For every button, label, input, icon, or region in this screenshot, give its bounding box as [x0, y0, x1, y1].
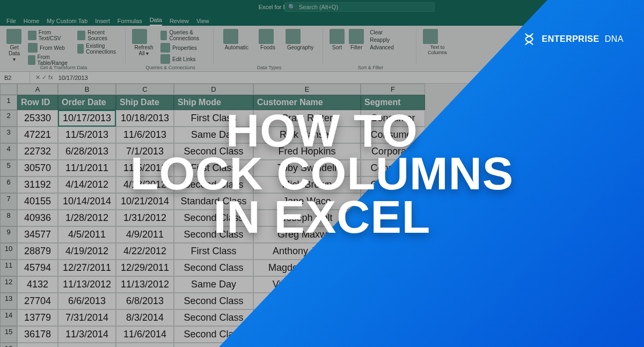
column-header-D[interactable]: D — [174, 84, 253, 95]
filter-button[interactable]: Filter — [349, 44, 364, 51]
cell-B14[interactable]: 7/31/2014 — [58, 309, 116, 326]
formula-bar-icons[interactable]: ✕ ✓ fx — [35, 74, 53, 81]
existing-connections-button[interactable]: Existing Connections — [76, 42, 121, 55]
automatic-button[interactable]: Automatic — [223, 44, 250, 51]
clear-filter-button[interactable]: Clear — [368, 29, 395, 36]
foods-button[interactable]: Foods — [259, 44, 277, 51]
cell-A4[interactable]: 22732 — [17, 143, 58, 160]
table-header-A[interactable]: Row ID — [17, 95, 58, 110]
cell-A6[interactable]: 31192 — [17, 176, 58, 193]
row-header-9[interactable]: 9 — [0, 226, 17, 243]
column-header-C[interactable]: C — [116, 84, 174, 95]
refresh-all-button[interactable]: Refresh All ▾ — [132, 44, 156, 57]
cell-A11[interactable]: 45794 — [17, 260, 58, 276]
row-header-13[interactable]: 13 — [0, 293, 17, 309]
cell-C13[interactable]: 6/8/2013 — [116, 293, 174, 309]
ribbon-tab-home[interactable]: Home — [24, 18, 39, 26]
cell-A14[interactable]: 13779 — [17, 309, 58, 326]
reapply-filter-button[interactable]: Reapply — [368, 36, 395, 43]
ribbon-tab-my-custom-tab[interactable]: My Custom Tab — [47, 18, 87, 26]
row-header-10[interactable]: 10 — [0, 243, 17, 260]
text-to-columns-icon[interactable] — [423, 29, 438, 44]
refresh-all-icon[interactable] — [132, 29, 147, 44]
cell-C16[interactable]: 9/14/2014 — [116, 343, 174, 347]
cell-A8[interactable]: 40936 — [17, 210, 58, 226]
cell-C11[interactable]: 12/29/2011 — [116, 260, 174, 276]
cell-A2[interactable]: 25330 — [17, 110, 58, 127]
row-header-5[interactable]: 5 — [0, 160, 17, 176]
row-header-15[interactable]: 15 — [0, 326, 17, 343]
cell-B16[interactable]: 9/8/2014 — [58, 343, 116, 347]
cell-D10[interactable]: First Class — [174, 243, 253, 260]
cell-C14[interactable]: 8/3/2014 — [116, 309, 174, 326]
sort-button[interactable]: Sort — [331, 44, 343, 51]
column-header-E[interactable]: E — [253, 84, 361, 95]
cell-B2[interactable]: 10/17/2013 — [58, 110, 116, 127]
cell-A13[interactable]: 27704 — [17, 293, 58, 309]
name-box[interactable]: B2 — [0, 72, 30, 83]
cell-B5[interactable]: 11/1/2011 — [58, 160, 116, 176]
formula-bar-value[interactable]: 10/17/2013 — [58, 75, 88, 81]
cell-C10[interactable]: 4/22/2012 — [116, 243, 174, 260]
cell-A15[interactable]: 36178 — [17, 326, 58, 343]
ribbon-tab-file[interactable]: File — [6, 18, 16, 26]
from-web-button[interactable]: From Web — [26, 42, 71, 53]
ribbon-tab-insert[interactable]: Insert — [95, 18, 110, 26]
cell-C12[interactable]: 11/13/2012 — [116, 276, 174, 293]
row-header-16[interactable]: 16 — [0, 343, 17, 347]
properties-button[interactable]: Properties — [159, 42, 209, 53]
cell-D11[interactable]: Second Class — [174, 260, 253, 276]
cell-B10[interactable]: 4/19/2012 — [58, 243, 116, 260]
cell-B13[interactable]: 6/6/2013 — [58, 293, 116, 309]
sort-icon[interactable] — [330, 29, 345, 44]
column-header-B[interactable]: B — [58, 84, 116, 95]
row-header-1[interactable]: 1 — [0, 95, 17, 110]
text-to-columns-button[interactable]: Text to Columns — [423, 44, 452, 56]
cell-A5[interactable]: 30570 — [17, 160, 58, 176]
row-header-4[interactable]: 4 — [0, 143, 17, 160]
recent-sources-button[interactable]: Recent Sources — [76, 29, 121, 42]
row-header-7[interactable]: 7 — [0, 193, 17, 210]
row-header-14[interactable]: 14 — [0, 309, 17, 326]
cell-B4[interactable]: 6/28/2013 — [58, 143, 116, 160]
row-header-2[interactable]: 2 — [0, 110, 17, 127]
cell-D12[interactable]: Same Day — [174, 276, 253, 293]
cell-A10[interactable]: 28879 — [17, 243, 58, 260]
row-header-12[interactable]: 12 — [0, 276, 17, 293]
get-data-button[interactable]: Get Data ▾ — [6, 44, 22, 63]
table-header-C[interactable]: Ship Date — [116, 95, 174, 110]
cell-A16[interactable]: 12069 — [17, 343, 58, 347]
advanced-filter-button[interactable]: Advanced — [368, 44, 395, 51]
row-header-11[interactable]: 11 — [0, 260, 17, 276]
cell-B3[interactable]: 11/5/2013 — [58, 127, 116, 143]
geography-button[interactable]: Geography — [286, 44, 315, 51]
column-header-F[interactable]: F — [361, 84, 425, 95]
ribbon-tab-formulas[interactable]: Formulas — [118, 18, 142, 26]
row-header-3[interactable]: 3 — [0, 127, 17, 143]
cell-A7[interactable]: 40155 — [17, 193, 58, 210]
cell-C15[interactable]: 11/6/2014 — [116, 326, 174, 343]
row-header-8[interactable]: 8 — [0, 210, 17, 226]
table-header-B[interactable]: Order Date — [58, 95, 116, 110]
queries-connections-button[interactable]: Queries & Connections — [159, 29, 209, 42]
ribbon-tab-view[interactable]: View — [196, 18, 209, 26]
from-text-csv-button[interactable]: From Text/CSV — [26, 29, 71, 42]
cell-A3[interactable]: 47221 — [17, 127, 58, 143]
cell-B12[interactable]: 11/13/2012 — [58, 276, 116, 293]
ribbon-tab-data[interactable]: Data — [150, 17, 162, 26]
automatic-icon[interactable] — [223, 29, 238, 44]
cell-B15[interactable]: 11/3/2014 — [58, 326, 116, 343]
geography-icon[interactable] — [286, 29, 301, 44]
ribbon-tab-review[interactable]: Review — [170, 18, 189, 26]
cell-A12[interactable]: 4132 — [17, 276, 58, 293]
cell-B8[interactable]: 1/28/2012 — [58, 210, 116, 226]
column-header-A[interactable]: A — [17, 84, 58, 95]
select-all-corner[interactable] — [0, 84, 17, 95]
cell-B6[interactable]: 4/14/2012 — [58, 176, 116, 193]
tell-me-search[interactable]: 🔍 Search (Alt+Q) — [284, 2, 435, 12]
row-header-6[interactable]: 6 — [0, 176, 17, 193]
cell-B11[interactable]: 12/27/2011 — [58, 260, 116, 276]
cell-D13[interactable]: Second Class — [174, 293, 253, 309]
filter-icon[interactable] — [349, 29, 364, 44]
cell-A9[interactable]: 34577 — [17, 226, 58, 243]
